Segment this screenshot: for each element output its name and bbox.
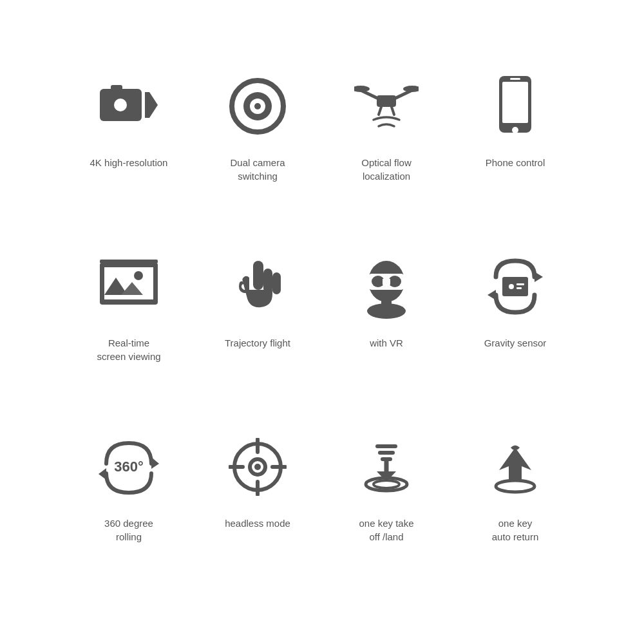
- svg-point-2: [114, 99, 127, 111]
- svg-point-53: [254, 464, 261, 470]
- vr-label: with VR: [370, 336, 403, 350]
- svg-rect-18: [502, 82, 528, 123]
- svg-rect-57: [378, 451, 395, 455]
- return-label: one keyauto return: [492, 516, 539, 544]
- feature-4k: 4K high-resolution: [64, 52, 193, 232]
- svg-rect-37: [383, 279, 390, 285]
- features-grid: 4K high-resolution Dual cameraswitching: [52, 39, 592, 605]
- svg-rect-43: [516, 287, 522, 289]
- 360-icon: 360°: [93, 431, 164, 502]
- trajectory-icon: [222, 251, 293, 322]
- svg-point-19: [512, 127, 518, 133]
- optical-flow-label: Optical flowlocalization: [361, 156, 412, 183]
- feature-vr: with VR: [322, 232, 451, 412]
- realtime-label: Real-timescreen viewing: [97, 336, 160, 363]
- svg-marker-4: [149, 92, 158, 118]
- feature-takeoff: one key takeoff /land: [322, 412, 451, 592]
- feature-headless: headless mode: [193, 412, 322, 592]
- svg-text:360°: 360°: [114, 459, 144, 475]
- svg-rect-20: [510, 78, 520, 80]
- headless-label: headless mode: [225, 516, 290, 530]
- svg-rect-40: [502, 277, 528, 296]
- svg-point-13: [354, 86, 370, 92]
- dual-camera-label: Dual cameraswitching: [230, 156, 285, 183]
- feature-dual-camera: Dual cameraswitching: [193, 52, 322, 232]
- feature-optical-flow: Optical flowlocalization: [322, 52, 451, 232]
- feature-gravity: Gravity sensor: [451, 232, 580, 412]
- realtime-icon: [93, 251, 164, 322]
- feature-return: one keyauto return: [451, 412, 580, 592]
- svg-marker-44: [151, 457, 159, 469]
- takeoff-icon: [351, 431, 422, 502]
- phone-icon: [480, 71, 551, 142]
- 4k-icon: [93, 71, 164, 142]
- feature-phone: Phone control: [451, 52, 580, 232]
- svg-rect-30: [272, 272, 281, 294]
- gravity-icon: [480, 251, 551, 322]
- svg-rect-10: [377, 95, 396, 107]
- gravity-label: Gravity sensor: [484, 336, 547, 350]
- svg-rect-5: [145, 92, 149, 118]
- svg-marker-38: [535, 272, 543, 282]
- svg-point-25: [134, 271, 143, 280]
- 360-label: 360 degreerolling: [104, 516, 153, 544]
- trajectory-label: Trajectory flight: [225, 336, 290, 350]
- svg-marker-39: [488, 290, 496, 300]
- svg-point-14: [403, 86, 419, 92]
- feature-realtime: Real-timescreen viewing: [64, 232, 193, 412]
- svg-line-15: [379, 107, 381, 115]
- svg-line-16: [392, 107, 394, 115]
- svg-point-9: [254, 103, 261, 109]
- phone-label: Phone control: [486, 156, 545, 169]
- vr-icon: [351, 251, 422, 322]
- svg-rect-28: [253, 261, 263, 290]
- dual-camera-icon: [222, 71, 293, 142]
- feature-trajectory: Trajectory flight: [193, 232, 322, 412]
- svg-rect-27: [100, 264, 158, 267]
- 4k-label: 4K high-resolution: [90, 156, 168, 169]
- headless-icon: [222, 431, 293, 502]
- svg-rect-56: [375, 444, 397, 448]
- optical-flow-icon: [351, 71, 422, 142]
- return-icon: [480, 431, 551, 502]
- svg-point-61: [496, 480, 535, 492]
- svg-rect-26: [100, 260, 158, 263]
- svg-point-33: [367, 303, 406, 319]
- feature-360: 360° 360 degreerolling: [64, 412, 193, 592]
- svg-rect-3: [111, 85, 122, 90]
- svg-rect-42: [516, 283, 524, 285]
- svg-rect-29: [263, 269, 272, 293]
- takeoff-label: one key takeoff /land: [359, 516, 413, 544]
- svg-marker-45: [99, 468, 106, 480]
- svg-point-41: [509, 284, 514, 289]
